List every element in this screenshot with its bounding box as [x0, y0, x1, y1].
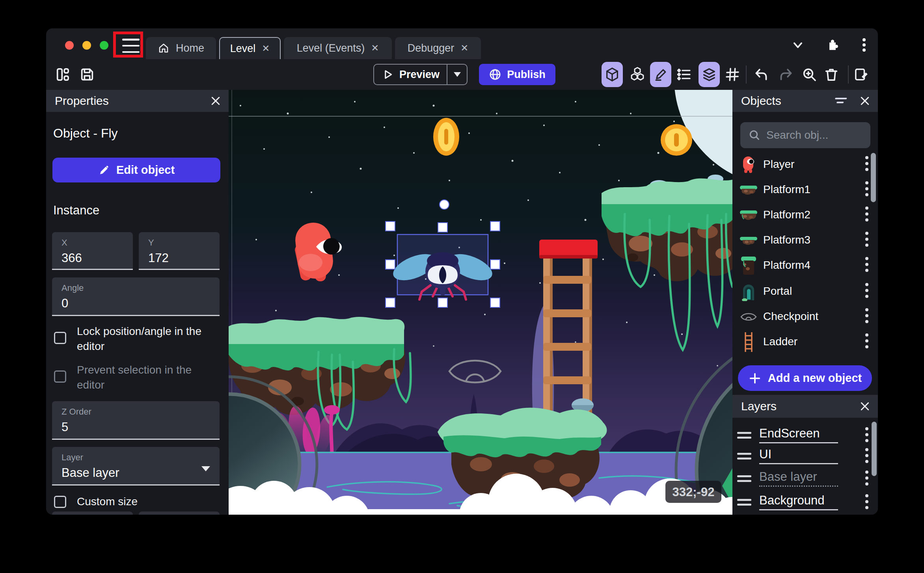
close-tab-icon[interactable]: ✕ [371, 43, 379, 53]
angle-input[interactable]: Angle 0 [52, 277, 220, 316]
objects-panel-icon[interactable] [604, 66, 621, 83]
object-menu-icon[interactable] [864, 283, 869, 300]
more-menu-icon[interactable] [855, 37, 873, 53]
object-item-platform1[interactable]: Platform1 [732, 178, 878, 202]
close-window-button[interactable] [65, 41, 74, 50]
edit-scene-pencil-icon[interactable] [652, 66, 669, 83]
grid-icon[interactable] [724, 66, 741, 83]
add-new-object-button[interactable]: Add a new object [738, 365, 872, 391]
layer-menu-icon[interactable] [864, 494, 869, 512]
preview-split-button[interactable]: Preview [373, 64, 468, 85]
ladder-object-icon [740, 332, 758, 352]
layer-menu-icon[interactable] [864, 471, 869, 488]
object-item-platform3[interactable]: Platform3 [732, 228, 878, 253]
y-input[interactable]: Y 172 [139, 232, 220, 270]
redo-icon[interactable] [777, 66, 795, 83]
instances-list-icon[interactable] [675, 66, 693, 83]
extensions-puzzle-icon[interactable] [824, 37, 841, 53]
object-item-platform2[interactable]: Platform2 [732, 203, 878, 227]
z-order-input[interactable]: Z Order 5 [52, 401, 220, 440]
object-label: Platform3 [763, 234, 810, 246]
publish-button[interactable]: Publish [479, 64, 555, 85]
object-menu-icon[interactable] [864, 308, 869, 326]
hamburger-menu-button[interactable] [122, 39, 140, 53]
layers-scrollbar[interactable] [872, 422, 877, 476]
filter-icon[interactable] [834, 96, 847, 107]
drag-handle-icon[interactable] [737, 432, 751, 441]
layer-name: EndScreen [759, 426, 820, 441]
object-menu-icon[interactable] [864, 181, 869, 199]
layer-row-ui[interactable]: UI [732, 446, 878, 467]
tab-level-events[interactable]: Level (Events) ✕ [284, 37, 392, 59]
close-objects-icon[interactable] [859, 95, 871, 107]
undo-icon[interactable] [753, 66, 770, 83]
layer-row-background[interactable]: Background [732, 493, 878, 513]
custom-size-checkbox[interactable] [54, 496, 66, 508]
coin-sprite[interactable] [661, 124, 692, 156]
preview-button[interactable]: Preview [374, 65, 447, 84]
rotate-handle[interactable] [440, 200, 449, 209]
custom-size-label: Custom size [77, 494, 215, 509]
layer-row-base-layer[interactable]: Base layer [732, 469, 878, 490]
x-input[interactable]: X 366 [52, 232, 133, 270]
object-menu-icon[interactable] [864, 207, 869, 224]
close-properties-icon[interactable] [210, 95, 222, 107]
tab-label: Debugger [408, 42, 455, 54]
zoom-in-icon[interactable] [801, 66, 818, 83]
width-input-partial[interactable] [52, 512, 133, 515]
search-icon [748, 129, 761, 141]
object-menu-icon[interactable] [864, 333, 869, 351]
preview-label: Preview [399, 69, 440, 81]
drag-handle-icon[interactable] [737, 499, 751, 508]
object-item-platform4[interactable]: Platform4 [732, 253, 878, 278]
panels-layout-icon[interactable] [54, 66, 71, 83]
objects-scrollbar[interactable] [871, 153, 876, 202]
titlebar: Home Level ✕ Level (Events) ✕ Debugger ✕ [46, 28, 878, 59]
object-item-player[interactable]: Player [732, 153, 878, 177]
object-item-ladder[interactable]: Ladder [732, 330, 878, 354]
object-label: Portal [763, 285, 792, 298]
trash-icon[interactable] [823, 66, 840, 83]
play-icon [382, 69, 394, 80]
coin-sprite[interactable] [433, 118, 459, 156]
object-menu-icon[interactable] [864, 232, 869, 249]
object-item-checkpoint[interactable]: Checkpoint [732, 305, 878, 329]
object-menu-icon[interactable] [864, 257, 869, 274]
z-order-value: 5 [61, 420, 220, 434]
layer-name: Base layer [759, 470, 817, 484]
edit-object-button[interactable]: Edit object [52, 158, 220, 182]
height-input-partial[interactable] [139, 512, 220, 515]
preview-options-button[interactable] [447, 65, 467, 84]
layer-menu-icon[interactable] [864, 427, 869, 445]
tab-debugger[interactable]: Debugger ✕ [395, 37, 481, 59]
layer-row-endscreen[interactable]: EndScreen [732, 426, 878, 446]
drag-handle-icon[interactable] [737, 453, 751, 462]
close-tab-icon[interactable]: ✕ [460, 43, 468, 53]
drag-handle-icon[interactable] [737, 475, 751, 485]
tab-level[interactable]: Level ✕ [219, 37, 281, 59]
minimize-window-button[interactable] [82, 41, 91, 50]
object-label: Platform2 [763, 208, 810, 221]
prevent-selection-checkbox[interactable] [54, 370, 66, 383]
home-icon [158, 42, 170, 54]
object-item-portal[interactable]: Portal [732, 279, 878, 304]
close-tab-icon[interactable]: ✕ [262, 44, 270, 53]
object-groups-icon[interactable] [629, 66, 646, 83]
layer-menu-icon[interactable] [864, 448, 869, 465]
pencil-icon [98, 164, 110, 176]
caret-down-icon [453, 71, 462, 78]
layers-panel-icon[interactable] [700, 66, 718, 83]
close-layers-icon[interactable] [859, 400, 871, 412]
save-icon[interactable] [78, 66, 96, 83]
object-menu-icon[interactable] [864, 156, 869, 173]
lock-position-checkbox[interactable] [54, 332, 66, 344]
scene-canvas[interactable]: 332;-92 [229, 90, 732, 515]
edit-properties-icon[interactable] [853, 66, 870, 83]
x-value: 366 [61, 251, 133, 265]
tab-home[interactable]: Home [146, 37, 216, 59]
chevron-down-icon[interactable] [789, 37, 807, 53]
fly-sprite-selected[interactable] [389, 234, 496, 300]
layer-select[interactable]: Layer Base layer [52, 447, 220, 486]
zoom-window-button[interactable] [100, 41, 108, 50]
objects-title: Objects [741, 94, 781, 108]
